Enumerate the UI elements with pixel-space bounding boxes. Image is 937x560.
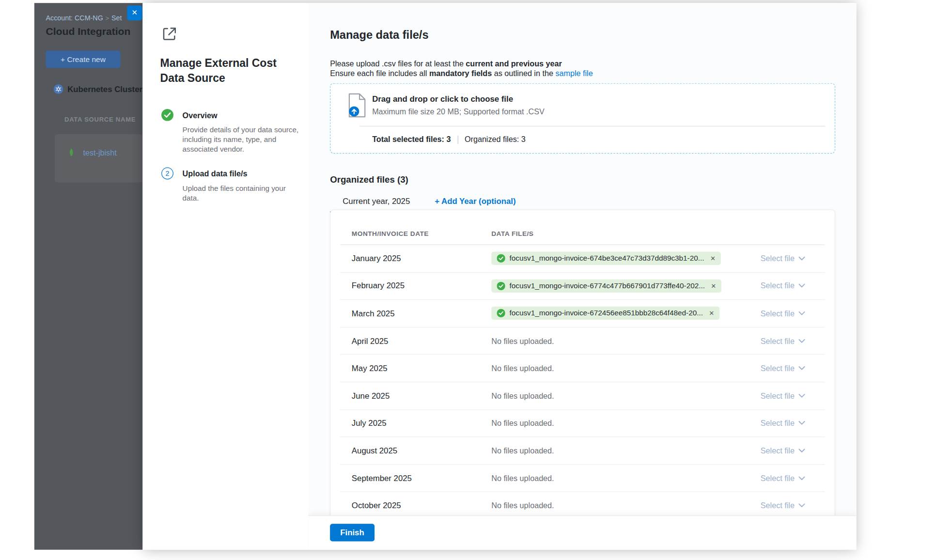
table-row: July 2025 No files uploaded. Select file [340, 410, 825, 437]
chevron-down-icon [799, 256, 806, 261]
select-file-label: Select file [761, 474, 795, 483]
chevron-down-icon [799, 421, 806, 425]
files-cell: No files uploaded. [491, 419, 752, 428]
table-row: February 2025 focusv1_mongo-invoice-6774… [340, 273, 825, 300]
select-file-label: Select file [761, 364, 795, 373]
month-cell: June 2025 [352, 391, 491, 401]
month-cell: October 2025 [352, 501, 491, 510]
file-name: focusv1_mongo-invoice-674be3ce47c73d37dd… [510, 254, 704, 263]
step-complete-check-icon [161, 109, 173, 121]
month-cell: April 2025 [352, 336, 491, 345]
select-file-dropdown[interactable]: Select file [753, 419, 825, 428]
step-overview-description: Provide details of your data source, inc… [183, 125, 299, 155]
background-overlay: Account: CCM-NG>Set Cloud Integration + … [34, 3, 143, 550]
file-chip: focusv1_mongo-invoice-672456ee851bbb28c6… [491, 307, 719, 320]
dropzone-divider [359, 126, 825, 126]
data-source-row[interactable]: test-jbisht [67, 148, 117, 157]
file-name: focusv1_mongo-invoice-672456ee851bbb28c6… [510, 309, 703, 317]
empty-text: No files uploaded. [491, 501, 554, 510]
tab-kubernetes-clusters[interactable]: Kubernetes Clusters [54, 84, 143, 94]
empty-text: No files uploaded. [491, 391, 554, 401]
table-row: May 2025 No files uploaded. Select file [340, 355, 825, 383]
month-cell: January 2025 [352, 254, 491, 263]
files-cell: No files uploaded. [491, 391, 752, 401]
column-header-month: MONTH/INVOICE DATE [352, 230, 491, 237]
create-new-button[interactable]: + Create new [46, 50, 120, 68]
background-page-title: Cloud Integration [46, 26, 130, 38]
table-row: June 2025 No files uploaded. Select file [340, 382, 825, 410]
breadcrumb-page-link[interactable]: Set [111, 15, 122, 22]
files-cell: focusv1_mongo-invoice-6774c477b667901d77… [491, 280, 752, 293]
select-file-dropdown[interactable]: Select file [753, 336, 825, 345]
chevron-down-icon [799, 366, 806, 371]
organized-files-heading: Organized files (3) [330, 174, 408, 184]
file-chip: focusv1_mongo-invoice-674be3ce47c73d37dd… [491, 252, 721, 265]
finish-button[interactable]: Finish [330, 524, 375, 541]
file-name: focusv1_mongo-invoice-6774c477b667901d77… [510, 282, 705, 290]
step-number-badge: 2 [161, 168, 173, 180]
instructions-line-2: Ensure each file includes all mandatory … [330, 69, 593, 78]
empty-text: No files uploaded. [491, 364, 554, 373]
select-file-dropdown[interactable]: Select file [753, 281, 825, 291]
select-file-dropdown[interactable]: Select file [753, 254, 825, 263]
data-source-name-link[interactable]: test-jbisht [83, 148, 117, 157]
step-upload-label: Upload data file/s [183, 168, 299, 178]
chevron-down-icon [799, 476, 806, 481]
chevron-down-icon [799, 394, 806, 398]
select-file-dropdown[interactable]: Select file [753, 364, 825, 373]
select-file-dropdown[interactable]: Select file [753, 391, 825, 401]
step-upload-data-files[interactable]: 2 Upload data file/s Upload the files co… [161, 168, 298, 203]
month-cell: August 2025 [352, 446, 491, 455]
files-cell: focusv1_mongo-invoice-674be3ce47c73d37dd… [491, 252, 752, 265]
chevron-down-icon [799, 284, 806, 288]
select-file-label: Select file [761, 501, 795, 510]
select-file-label: Select file [761, 281, 795, 291]
totals-divider [457, 135, 458, 143]
step-overview[interactable]: Overview Provide details of your data so… [161, 109, 298, 155]
empty-text: No files uploaded. [491, 446, 554, 455]
data-source-row-card [55, 134, 142, 182]
select-file-label: Select file [761, 419, 795, 428]
files-cell: No files uploaded. [491, 336, 752, 345]
manage-data-files-panel: Manage data file/s Please upload .csv fi… [308, 3, 856, 550]
table-header: MONTH/INVOICE DATE DATA FILE/S [340, 210, 825, 245]
month-cell: July 2025 [352, 419, 491, 428]
select-file-dropdown[interactable]: Select file [753, 309, 825, 318]
remove-file-icon[interactable]: ✕ [711, 282, 716, 290]
remove-file-icon[interactable]: ✕ [709, 310, 714, 317]
tab-kubernetes-label: Kubernetes Clusters [67, 85, 142, 94]
table-row: August 2025 No files uploaded. Select fi… [340, 437, 825, 465]
step-upload-description: Upload the files containing your data. [183, 184, 299, 203]
mongodb-leaf-icon [67, 148, 76, 157]
empty-text: No files uploaded. [491, 336, 554, 345]
select-file-dropdown[interactable]: Select file [753, 446, 825, 455]
breadcrumb-separator: > [106, 15, 109, 22]
month-cell: March 2025 [352, 309, 491, 318]
drawer-title: Manage External Cost Data Source [160, 56, 290, 86]
select-file-dropdown[interactable]: Select file [753, 501, 825, 510]
panel-title: Manage data file/s [330, 28, 428, 41]
sample-file-link[interactable]: sample file [555, 69, 593, 78]
dropzone-totals: Total selected files: 3 Organized files:… [372, 135, 526, 144]
dropzone-title: Drag and drop or click to choose file [372, 94, 513, 104]
remove-file-icon[interactable]: ✕ [710, 255, 716, 262]
table-body: January 2025 focusv1_mongo-invoice-674be… [340, 245, 825, 520]
select-file-label: Select file [761, 391, 795, 401]
breadcrumb-account-link[interactable]: Account: CCM-NG [46, 15, 103, 22]
month-cell: February 2025 [352, 281, 491, 291]
check-circle-icon [497, 309, 505, 317]
organized-files-table: MONTH/INVOICE DATE DATA FILE/S January 2… [330, 210, 835, 524]
empty-text: No files uploaded. [491, 419, 554, 428]
page: Account: CCM-NG>Set Cloud Integration + … [0, 0, 937, 560]
total-selected-files: Total selected files: 3 [372, 135, 451, 144]
dropzone-subtitle: Maximum file size 20 MB; Supported forma… [372, 107, 545, 116]
external-link-icon [161, 26, 178, 42]
select-file-dropdown[interactable]: Select file [753, 474, 825, 483]
select-file-label: Select file [761, 446, 795, 455]
drawer-stepper-panel: Manage External Cost Data Source Overvie… [143, 3, 309, 550]
close-button[interactable]: ✕ [127, 5, 142, 20]
select-file-label: Select file [761, 254, 795, 263]
upload-instructions: Please upload .csv files for at least th… [330, 59, 593, 78]
file-dropzone[interactable]: Drag and drop or click to choose file Ma… [330, 83, 835, 154]
chevron-down-icon [799, 311, 806, 316]
